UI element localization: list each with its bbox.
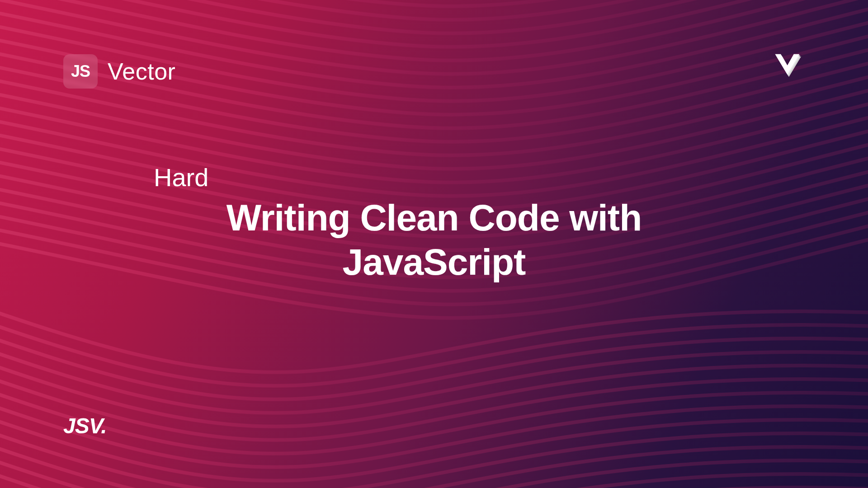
brand-name: Vector	[108, 58, 175, 85]
difficulty-label: Hard	[154, 163, 714, 192]
main-content: Hard Writing Clean Code with JavaScript	[154, 163, 714, 285]
brand-header: JS Vector	[63, 54, 175, 89]
brand-short-mark: JSV.	[63, 413, 107, 438]
corner-logo-icon	[769, 45, 809, 88]
js-badge-text: JS	[71, 62, 90, 81]
course-title: Writing Clean Code with JavaScript	[154, 196, 714, 285]
js-badge-icon: JS	[63, 54, 98, 89]
